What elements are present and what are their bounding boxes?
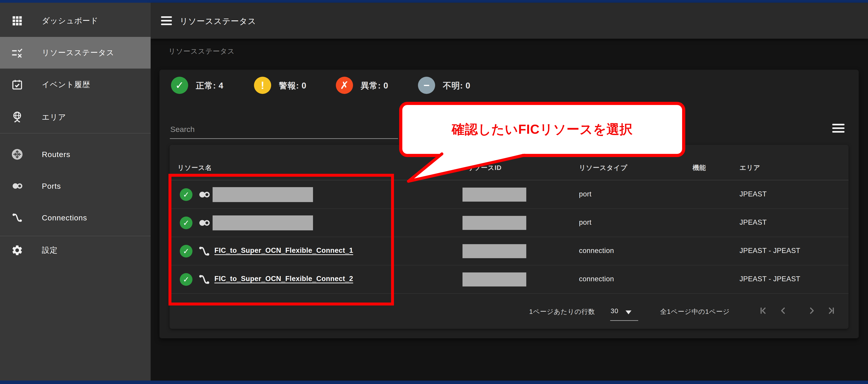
x-circle-icon: ✗ bbox=[336, 77, 353, 94]
resource-id-redacted bbox=[463, 216, 526, 230]
resource-type-cell: port bbox=[579, 190, 591, 198]
rows-per-page-underline bbox=[610, 320, 638, 321]
area-cell: JPEAST - JPEAST bbox=[740, 275, 800, 283]
status-count-3: 異常: 0 bbox=[361, 80, 388, 91]
last-page-icon[interactable] bbox=[826, 305, 836, 316]
sidebar-item-3[interactable]: イベント履歴 bbox=[0, 69, 151, 100]
sidebar-item-label: ダッシュボード bbox=[42, 16, 98, 26]
calendar-check-icon bbox=[11, 78, 24, 91]
apps-grid-icon bbox=[11, 14, 24, 27]
page-title: リソースステータス bbox=[180, 16, 256, 27]
globe-icon bbox=[11, 111, 24, 123]
chevron-left-icon[interactable] bbox=[778, 305, 788, 316]
sidebar: ダッシュボードリソースステータスイベント履歴エリアRoutersPortsCon… bbox=[0, 3, 151, 381]
exclamation-circle-icon: ! bbox=[254, 77, 271, 94]
column-header-resource-type[interactable]: リソースタイプ bbox=[579, 164, 627, 172]
resource-id-redacted bbox=[463, 187, 526, 202]
bottom-accent-strip bbox=[0, 381, 868, 384]
topbar: リソースステータス bbox=[151, 3, 868, 39]
sidebar-item-4[interactable]: エリア bbox=[0, 101, 151, 133]
chevron-down-icon[interactable] bbox=[625, 311, 631, 314]
sidebar-item-label: Routers bbox=[42, 150, 70, 159]
sidebar-item-7[interactable]: Connections bbox=[0, 202, 151, 234]
sidebar-item-label: リソースステータス bbox=[42, 48, 115, 58]
connection-icon bbox=[11, 211, 24, 224]
column-header-resource-id[interactable]: リソースID bbox=[467, 164, 502, 172]
annotation-red-rectangle bbox=[168, 174, 394, 305]
sidebar-item-label: Connections bbox=[42, 213, 87, 222]
status-count-2: 警報: 0 bbox=[279, 80, 306, 91]
area-cell: JPEAST bbox=[740, 190, 767, 198]
minus-circle-icon: − bbox=[418, 77, 435, 94]
first-page-icon[interactable] bbox=[758, 305, 769, 316]
hamburger-menu-icon[interactable] bbox=[161, 16, 172, 25]
area-cell: JPEAST - JPEAST bbox=[740, 247, 800, 255]
column-header-area[interactable]: エリア bbox=[740, 164, 761, 172]
search-underline bbox=[170, 138, 398, 139]
rows-per-page-select[interactable]: 30 bbox=[611, 307, 618, 315]
page-info: 全1ページ中の1ページ bbox=[660, 307, 730, 316]
resource-id-redacted bbox=[463, 244, 526, 258]
sidebar-item-8[interactable]: 設定 bbox=[0, 234, 151, 266]
sidebar-item-label: エリア bbox=[42, 112, 66, 122]
column-header-function[interactable]: 機能 bbox=[692, 164, 706, 172]
status-count-1: 正常: 4 bbox=[196, 80, 223, 91]
menu-lines-icon[interactable] bbox=[832, 124, 844, 134]
resource-id-redacted bbox=[463, 272, 526, 287]
router-icon bbox=[11, 148, 24, 161]
top-accent-strip bbox=[0, 0, 868, 3]
search-input[interactable] bbox=[170, 122, 393, 136]
status-count-4: 不明: 0 bbox=[443, 80, 470, 91]
breadcrumb: リソースステータス bbox=[168, 47, 235, 56]
resource-type-cell: port bbox=[579, 218, 591, 227]
annotation-callout: 確認したいFICリソースを選択 bbox=[399, 102, 685, 157]
gear-icon bbox=[11, 244, 24, 257]
sidebar-item-label: 設定 bbox=[42, 245, 58, 256]
rows-per-page-label: 1ページあたりの行数 bbox=[516, 307, 595, 316]
sidebar-item-label: Ports bbox=[42, 182, 61, 190]
ports-icon bbox=[11, 180, 24, 193]
annotation-callout-text: 確認したいFICリソースを選択 bbox=[452, 121, 632, 138]
resource-status-icon bbox=[11, 47, 24, 59]
sidebar-divider bbox=[0, 236, 151, 236]
sidebar-item-6[interactable]: Ports bbox=[0, 170, 151, 202]
sidebar-item-label: イベント履歴 bbox=[42, 80, 90, 90]
resource-type-cell: connection bbox=[579, 275, 614, 283]
area-cell: JPEAST bbox=[740, 218, 767, 227]
sidebar-item-1[interactable]: ダッシュボード bbox=[0, 5, 151, 37]
chevron-right-icon[interactable] bbox=[806, 305, 817, 316]
sidebar-item-2[interactable]: リソースステータス bbox=[0, 37, 151, 68]
sidebar-item-5[interactable]: Routers bbox=[0, 139, 151, 170]
column-header-resource-name[interactable]: リソース名 bbox=[178, 164, 212, 172]
resource-type-cell: connection bbox=[579, 247, 614, 255]
sidebar-divider bbox=[0, 133, 151, 134]
check-circle-icon: ✓ bbox=[171, 77, 188, 94]
